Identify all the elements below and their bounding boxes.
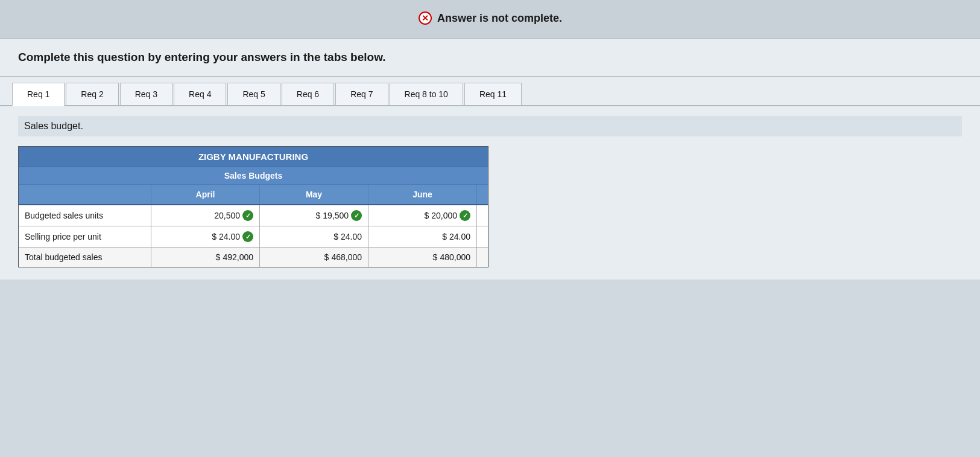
- row1-june: $ 20,000 ✓: [368, 205, 477, 226]
- row3-april-prefix: $: [216, 252, 221, 262]
- row2-june-value: 24.00: [449, 232, 470, 241]
- row1-may: $ 19,500 ✓: [260, 205, 368, 226]
- col-header-label: [19, 185, 151, 204]
- row3-april: $ 492,000: [151, 248, 260, 267]
- row2-april: $ 24.00 ✓: [151, 226, 260, 247]
- answer-status: ✕ Answer is not complete.: [418, 11, 562, 25]
- row2-april-value: 24.00: [219, 232, 240, 241]
- row3-may-prefix: $: [324, 252, 329, 262]
- table-row: Selling price per unit $ 24.00 ✓ $ 24.00…: [19, 226, 488, 248]
- row2-june-prefix: $: [442, 232, 447, 241]
- row2-may: $ 24.00: [260, 226, 368, 247]
- error-icon: ✕: [418, 11, 432, 25]
- row3-may: $ 468,000: [260, 248, 368, 267]
- row1-april-value: 20,500: [214, 211, 240, 220]
- row1-april: 20,500 ✓: [151, 205, 260, 226]
- tab-req8to10[interactable]: Req 8 to 10: [390, 83, 463, 105]
- row2-may-prefix: $: [334, 232, 338, 241]
- tab-req4[interactable]: Req 4: [174, 83, 226, 105]
- tab-req5[interactable]: Req 5: [227, 83, 280, 105]
- content-area: Sales budget. ZIGBY MANUFACTURING Sales …: [0, 106, 980, 280]
- row3-april-value: 492,000: [223, 252, 253, 262]
- row2-june: $ 24.00: [368, 226, 477, 247]
- table-row: Budgeted sales units 20,500 ✓ $ 19,500 ✓…: [19, 205, 488, 226]
- col-header-may: May: [260, 185, 368, 204]
- row1-may-prefix: $: [315, 211, 320, 220]
- row2-april-prefix: $: [212, 232, 217, 241]
- row1-june-value: 20,000: [431, 211, 457, 220]
- row3-june: $ 480,000: [368, 248, 477, 267]
- row1-june-check: ✓: [460, 210, 470, 221]
- row2-april-check: ✓: [242, 231, 253, 242]
- row3-may-value: 468,000: [331, 252, 362, 262]
- instructions-text: Complete this question by entering your …: [18, 51, 962, 64]
- sales-budget-table: ZIGBY MANUFACTURING Sales Budgets April …: [18, 146, 488, 267]
- row3-june-value: 480,000: [440, 252, 470, 262]
- tab-req6[interactable]: Req 6: [282, 83, 334, 105]
- tabs-bar: Req 1 Req 2 Req 3 Req 4 Req 5 Req 6 Req …: [0, 77, 980, 106]
- row1-may-value: 19,500: [323, 211, 349, 220]
- col-header-june: June: [368, 185, 477, 204]
- svg-text:✕: ✕: [422, 13, 429, 23]
- col-header-april: April: [151, 185, 260, 204]
- tab-req1[interactable]: Req 1: [12, 83, 65, 106]
- tab-req2[interactable]: Req 2: [66, 83, 118, 105]
- instructions-bar: Complete this question by entering your …: [0, 39, 980, 77]
- row1-may-check: ✓: [351, 210, 362, 221]
- section-label-text: Sales budget.: [24, 121, 83, 131]
- section-label: Sales budget.: [18, 116, 962, 136]
- answer-status-text: Answer is not complete.: [437, 12, 562, 25]
- row2-may-value: 24.00: [341, 232, 362, 241]
- row1-june-prefix: $: [424, 211, 429, 220]
- tab-req3[interactable]: Req 3: [120, 83, 172, 105]
- table-row: Total budgeted sales $ 492,000 $ 468,000…: [19, 248, 488, 267]
- table-subtitle: Sales Budgets: [19, 167, 488, 185]
- table-company-title: ZIGBY MANUFACTURING: [19, 147, 488, 167]
- tab-req7[interactable]: Req 7: [335, 83, 388, 105]
- row1-label: Budgeted sales units: [19, 205, 151, 226]
- row3-june-prefix: $: [433, 252, 438, 262]
- tab-req11[interactable]: Req 11: [464, 83, 522, 105]
- table-header-row: April May June: [19, 185, 488, 205]
- row1-april-check: ✓: [242, 210, 253, 221]
- top-bar: ✕ Answer is not complete.: [0, 0, 980, 39]
- row2-label: Selling price per unit: [19, 226, 151, 247]
- row3-label: Total budgeted sales: [19, 248, 151, 267]
